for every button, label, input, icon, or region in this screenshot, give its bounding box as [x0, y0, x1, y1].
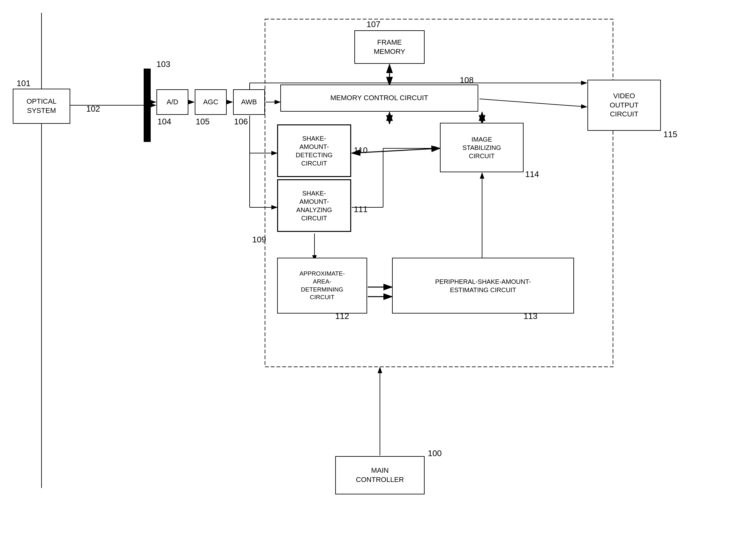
svg-text:114: 114 [525, 169, 539, 179]
memory-control-box: MEMORY CONTROL CIRCUIT [280, 84, 478, 112]
svg-line-20 [352, 148, 440, 153]
svg-text:105: 105 [196, 117, 209, 126]
image-stabilizing-label: IMAGESTABILIZINGCIRCUIT [463, 135, 501, 160]
main-controller-label: MAINCONTROLLER [356, 466, 404, 484]
memory-control-label: MEMORY CONTROL CIRCUIT [330, 93, 428, 103]
svg-text:115: 115 [663, 129, 677, 139]
patent-diagram: 101 102 103 104 105 106 107 108 109 110 … [0, 0, 756, 540]
svg-text:106: 106 [234, 117, 248, 126]
shake-detecting-box: SHAKE-AMOUNT-DETECTINGCIRCUIT [277, 124, 351, 177]
svg-text:111: 111 [354, 204, 367, 214]
approx-area-label: APPROXIMATE-AREA-DETERMININGCIRCUIT [299, 270, 345, 301]
optical-system-box: OPTICALSYSTEM [13, 89, 70, 124]
frame-memory-box: FRAMEMEMORY [354, 30, 425, 64]
video-output-label: VIDEOOUTPUTCIRCUIT [610, 91, 639, 119]
svg-text:102: 102 [86, 104, 100, 113]
shake-analyzing-box: SHAKE-AMOUNT-ANALYZINGCIRCUIT [277, 179, 351, 232]
adc-box: A/D [156, 89, 188, 115]
shake-detecting-label: SHAKE-AMOUNT-DETECTINGCIRCUIT [295, 134, 333, 168]
svg-text:103: 103 [156, 59, 170, 69]
svg-text:109: 109 [252, 235, 266, 244]
agc-box: AGC [195, 89, 227, 115]
svg-text:110: 110 [354, 145, 367, 155]
shake-analyzing-label: SHAKE-AMOUNT-ANALYZINGCIRCUIT [296, 189, 332, 222]
svg-text:100: 100 [428, 449, 442, 458]
optical-system-label: OPTICALSYSTEM [27, 97, 57, 115]
svg-text:108: 108 [460, 75, 473, 85]
video-output-box: VIDEOOUTPUTCIRCUIT [587, 80, 661, 131]
svg-text:104: 104 [157, 117, 171, 126]
agc-label: AGC [203, 98, 218, 107]
svg-text:107: 107 [366, 20, 380, 29]
approx-area-box: APPROXIMATE-AREA-DETERMININGCIRCUIT [277, 258, 367, 314]
awb-box: AWB [233, 89, 265, 115]
peripheral-shake-box: PERIPHERAL-SHAKE-AMOUNT-ESTIMATING CIRCU… [392, 258, 574, 314]
sensor-bar [144, 68, 151, 142]
main-controller-box: MAINCONTROLLER [335, 456, 425, 494]
peripheral-shake-label: PERIPHERAL-SHAKE-AMOUNT-ESTIMATING CIRCU… [435, 278, 531, 294]
svg-text:101: 101 [17, 78, 30, 88]
image-stabilizing-box: IMAGESTABILIZINGCIRCUIT [440, 123, 524, 172]
frame-memory-label: FRAMEMEMORY [374, 38, 406, 56]
svg-line-15 [479, 99, 587, 107]
awb-label: AWB [241, 98, 257, 107]
adc-label: A/D [167, 98, 178, 107]
